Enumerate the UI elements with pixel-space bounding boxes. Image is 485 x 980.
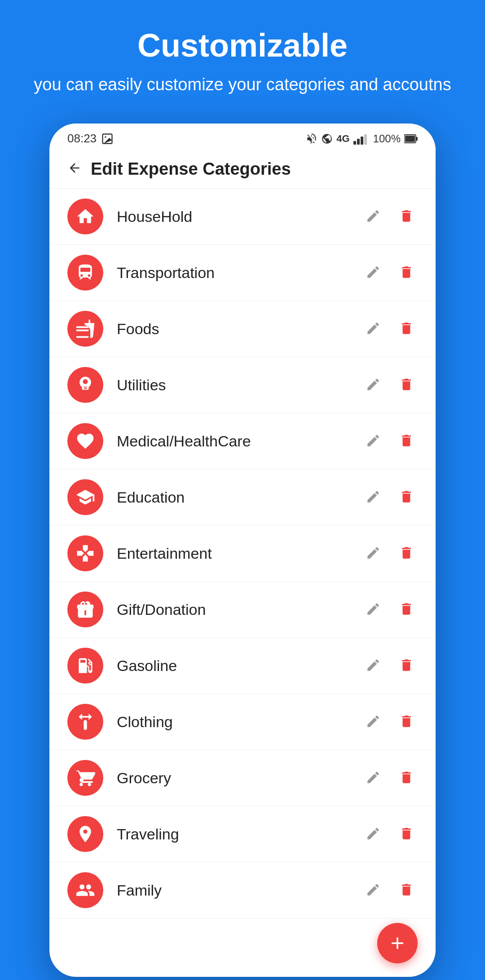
action-buttons [362,598,418,622]
network-type: 4G [336,133,349,145]
image-icon [101,132,114,145]
category-name: Gasoline [117,657,362,675]
signal-icon [353,133,370,145]
list-item: Foods [49,301,436,357]
categories-list: HouseHold Transportation [49,189,436,918]
delete-button[interactable] [395,373,418,397]
edit-button[interactable] [362,373,384,397]
list-item: Grocery [49,750,436,806]
hero-title: Customizable [18,27,467,64]
delete-button[interactable] [395,205,418,229]
top-bar: Edit Expense Categories [49,150,436,189]
svg-point-1 [105,136,106,138]
action-buttons [362,822,418,846]
list-item: Utilities [49,357,436,413]
clothing-icon [67,704,103,740]
phone-frame: 08:23 4G 100% [49,124,436,977]
edit-button[interactable] [362,542,384,565]
time: 08:23 [67,132,97,146]
list-item: Education [49,469,436,525]
category-name: Family [117,882,362,899]
delete-button[interactable] [395,766,418,790]
hero-section: Customizable you can easily customize yo… [0,0,485,115]
edit-button[interactable] [362,317,384,341]
edit-button[interactable] [362,429,384,453]
edit-button[interactable] [362,486,384,509]
action-buttons [362,654,418,678]
delete-button[interactable] [395,822,418,846]
edit-button[interactable] [362,654,384,678]
transportation-icon [67,255,103,291]
delete-button[interactable] [395,486,418,509]
delete-button[interactable] [395,710,418,734]
mute-icon [306,133,317,145]
gift-icon [67,592,103,627]
category-name: Traveling [117,825,362,843]
status-bar: 08:23 4G 100% [49,124,436,150]
delete-button[interactable] [395,542,418,565]
action-buttons [362,317,418,341]
action-buttons [362,486,418,509]
edit-button[interactable] [362,598,384,622]
edit-button[interactable] [362,261,384,285]
category-name: Grocery [117,769,362,787]
delete-button[interactable] [395,261,418,285]
grocery-icon [67,760,103,796]
delete-button[interactable] [395,429,418,453]
edit-button[interactable] [362,205,384,229]
svg-rect-8 [416,137,418,141]
list-item: Entertainment [49,525,436,582]
list-item: Family [49,862,436,918]
category-name: HouseHold [117,208,362,225]
list-item: Gasoline [49,638,436,694]
traveling-icon [67,816,103,852]
list-item: Transportation [49,245,436,301]
action-buttons [362,766,418,790]
gasoline-icon [67,648,103,684]
svg-rect-5 [364,134,367,145]
edit-button[interactable] [362,766,384,790]
category-name: Transportation [117,264,362,282]
svg-rect-7 [405,136,415,142]
add-category-button[interactable] [377,923,418,963]
edit-button[interactable] [362,878,384,902]
status-left: 08:23 [67,132,114,146]
category-name: Gift/Donation [117,601,362,618]
delete-button[interactable] [395,317,418,341]
delete-button[interactable] [395,878,418,902]
medical-icon [67,423,103,459]
action-buttons [362,373,418,397]
delete-button[interactable] [395,654,418,678]
category-name: Utilities [117,376,362,394]
svg-rect-4 [361,137,363,145]
list-item: Gift/Donation [49,582,436,638]
edit-button[interactable] [362,710,384,734]
category-name: Foods [117,320,362,338]
utilities-icon [67,367,103,403]
status-right: 4G 100% [306,132,418,145]
hero-subtitle: you can easily customize your categories… [18,73,467,97]
list-item: Traveling [49,806,436,862]
delete-button[interactable] [395,598,418,622]
action-buttons [362,542,418,565]
list-item: Medical/HealthCare [49,413,436,469]
bottom-spacer [49,918,436,977]
list-item: HouseHold [49,189,436,245]
category-name: Clothing [117,713,362,731]
back-button[interactable] [67,159,82,179]
category-name: Education [117,489,362,506]
category-name: Entertainment [117,545,362,562]
hotspot-icon [321,133,333,145]
action-buttons [362,878,418,902]
list-item: Clothing [49,694,436,750]
edit-button[interactable] [362,822,384,846]
family-icon [67,872,103,908]
foods-icon [67,311,103,347]
education-icon [67,479,103,515]
action-buttons [362,710,418,734]
action-buttons [362,429,418,453]
entertainment-icon [67,535,103,571]
svg-rect-2 [353,141,356,145]
svg-rect-3 [357,139,360,145]
action-buttons [362,205,418,229]
